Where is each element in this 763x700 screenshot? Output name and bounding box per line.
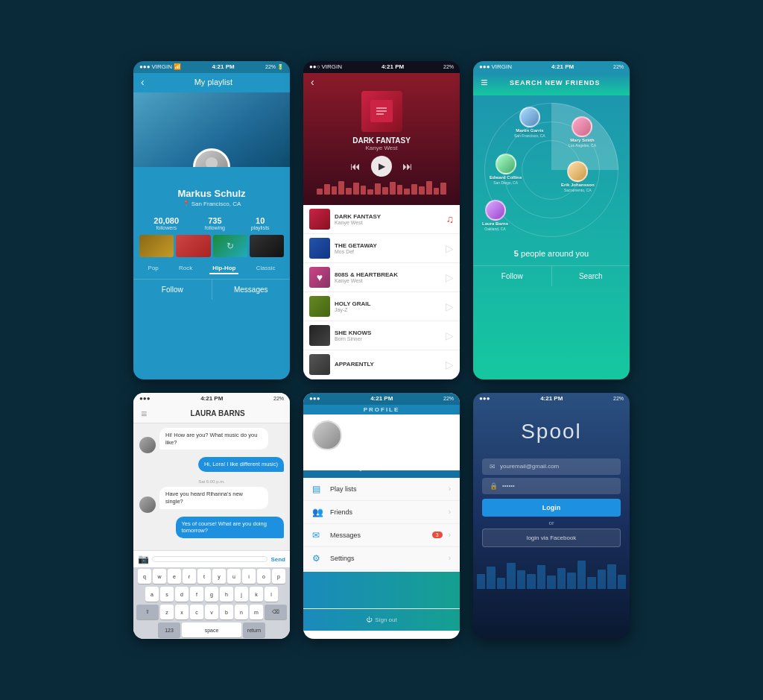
key-d[interactable]: d: [175, 587, 189, 602]
track-item-5[interactable]: SHE KNOWS Born Sinner ▷: [303, 321, 460, 350]
key-h[interactable]: h: [220, 587, 233, 602]
facebook-login-button[interactable]: login via Facebook: [482, 529, 621, 547]
profile-menu: ▤ Play lists › 👥 Friends › ✉ Messages 3 …: [303, 478, 460, 609]
key-t[interactable]: t: [197, 569, 211, 584]
menu-playlists[interactable]: ▤ Play lists ›: [303, 478, 460, 501]
messages-button[interactable]: Messages: [212, 280, 291, 300]
rewind-button[interactable]: ⏮: [350, 160, 361, 172]
track-item-4[interactable]: HOLY GRAIL Jay-Z ▷: [303, 292, 460, 321]
status-bar-6: ●●● 4:21 PM 22%: [473, 393, 630, 405]
profile-top: ●●● 4:21 PM 22% PROFILE John Newman San …: [303, 393, 460, 478]
key-k[interactable]: k: [250, 587, 263, 602]
email-field[interactable]: ✉ youremail@gmail.com: [482, 458, 621, 475]
key-i[interactable]: i: [242, 569, 256, 584]
friend-edward: Edward Collins San Diego, CA: [490, 154, 522, 185]
key-123[interactable]: 123: [158, 622, 180, 637]
keyboard-row-1: q w e r t y u i o p: [133, 567, 290, 585]
play-icon-2[interactable]: ▷: [446, 242, 454, 254]
follow-button[interactable]: Follow: [133, 280, 212, 300]
play-icon-6[interactable]: ▷: [446, 359, 454, 371]
key-n[interactable]: n: [235, 605, 248, 619]
menu-friends[interactable]: 👥 Friends ›: [303, 501, 460, 524]
genre-pop[interactable]: Pop: [145, 263, 162, 274]
track-item-6[interactable]: APPARENTLY ▷: [303, 350, 460, 379]
track-item-2[interactable]: THE GETAWAY Mos Def ▷: [303, 234, 460, 263]
key-g[interactable]: g: [205, 587, 218, 602]
genre-hiphop[interactable]: Hip-Hop: [209, 263, 238, 274]
screen-messages: ●●● 4:21 PM 22% ≡ LAURA BARNS Hi! How ar…: [133, 393, 290, 639]
key-j[interactable]: j: [235, 587, 248, 602]
user-name: Markus Schulz: [141, 188, 282, 199]
key-l[interactable]: l: [265, 587, 278, 602]
genre-classic[interactable]: Classic: [253, 263, 279, 274]
partner-avatar: [139, 437, 156, 453]
profile-city: San Francisco, CA: [349, 437, 405, 442]
play-icon-5[interactable]: ▷: [446, 329, 454, 341]
menu-settings[interactable]: ⚙ Settings ›: [303, 547, 460, 570]
arrow-icon-3: ›: [449, 531, 451, 539]
message-input[interactable]: [152, 556, 267, 562]
key-z[interactable]: z: [160, 605, 174, 619]
menu-decorative: [303, 572, 460, 609]
camera-icon[interactable]: 📷: [138, 554, 149, 564]
forward-button[interactable]: ⏭: [402, 160, 413, 172]
profile-followers: 300 followers: [312, 456, 333, 470]
track-title: DARK FANTASY: [311, 136, 452, 145]
track-item-3[interactable]: ♥ 808S & HEARTBREAK Kanye West ▷: [303, 263, 460, 292]
cover-photo: [133, 92, 290, 167]
key-o[interactable]: o: [257, 569, 270, 584]
svg-rect-5: [376, 113, 384, 115]
friend-martin: Martin Garrix San Francisco, CA: [514, 107, 545, 138]
key-v[interactable]: v: [205, 605, 218, 619]
key-f[interactable]: f: [190, 587, 203, 602]
key-b[interactable]: b: [220, 605, 233, 619]
key-r[interactable]: r: [183, 569, 196, 584]
key-u[interactable]: u: [227, 569, 241, 584]
password-field[interactable]: 🔒 ••••••: [482, 478, 621, 494]
user-avatar-wrap: [193, 148, 230, 167]
play-icon-3[interactable]: ▷: [446, 271, 454, 283]
genre-rock[interactable]: Rock: [176, 263, 195, 274]
genre-tabs: Pop Rock Hip-Hop Classic: [133, 260, 290, 276]
key-m[interactable]: m: [250, 605, 263, 619]
back-button[interactable]: ‹: [141, 76, 145, 88]
profile-section-label: PROFILE: [303, 405, 460, 414]
screen-profile: ●●● 4:21 PM 22% PROFILE John Newman San …: [303, 393, 460, 639]
play-button[interactable]: ▶: [371, 156, 392, 177]
menu-icon[interactable]: ≡: [141, 408, 147, 420]
sign-out[interactable]: ⏻ Sign out: [303, 609, 460, 631]
key-delete[interactable]: ⌫: [265, 605, 287, 619]
messages-badge: 3: [432, 532, 443, 538]
key-e[interactable]: e: [168, 569, 181, 584]
send-button[interactable]: Send: [270, 556, 285, 563]
cityscape: [473, 559, 630, 589]
search-button[interactable]: Search: [552, 266, 630, 286]
arrow-icon: ›: [449, 485, 451, 493]
key-a[interactable]: a: [145, 587, 159, 602]
msg-1: Hi! How are you? What music do you like?: [139, 428, 284, 454]
friends-follow-button[interactable]: Follow: [473, 266, 552, 286]
key-q[interactable]: q: [138, 569, 151, 584]
chat-partner-name: LAURA BARNS: [153, 409, 282, 417]
user-location: 📍 San Francisco, CA: [141, 201, 282, 207]
menu-icon[interactable]: ≡: [481, 76, 487, 89]
key-c[interactable]: c: [190, 605, 203, 619]
app-name: Spool: [473, 405, 630, 458]
friends-title: SEARCH NEW FRIENDS: [510, 79, 601, 86]
key-shift[interactable]: ⇧: [136, 605, 159, 619]
key-x[interactable]: x: [175, 605, 189, 619]
menu-messages[interactable]: ✉ Messages 3 ›: [303, 524, 460, 547]
key-space[interactable]: space: [182, 622, 241, 637]
key-return[interactable]: return: [243, 622, 265, 637]
play-icon-4[interactable]: ▷: [446, 300, 454, 312]
equalizer: [311, 180, 452, 195]
key-w[interactable]: w: [153, 569, 166, 584]
status-bar-1: ●●● VIRGIN 📶 4:21 PM 22% 🔋: [133, 61, 290, 73]
key-s[interactable]: s: [160, 587, 174, 602]
login-form: ✉ youremail@gmail.com 🔒 •••••• Login or …: [473, 458, 630, 553]
player-back[interactable]: ‹: [311, 76, 452, 88]
key-p[interactable]: p: [272, 569, 285, 584]
login-button[interactable]: Login: [482, 499, 621, 517]
key-y[interactable]: y: [212, 569, 226, 584]
track-item-1[interactable]: DARK FANTASY Kanye West ♫: [303, 205, 460, 234]
